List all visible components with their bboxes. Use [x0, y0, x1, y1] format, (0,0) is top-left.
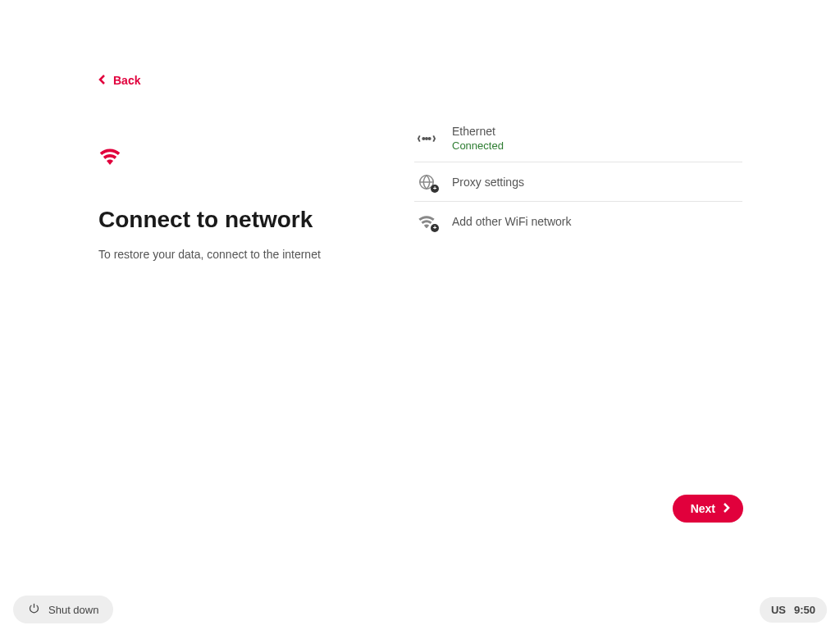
chevron-left-icon	[98, 74, 107, 87]
chevron-right-icon	[722, 502, 730, 515]
power-icon	[28, 602, 40, 617]
svg-point-0	[422, 137, 424, 139]
ethernet-label: Ethernet	[452, 125, 504, 138]
back-button[interactable]: Back	[98, 74, 140, 87]
keyboard-layout: US	[771, 604, 786, 616]
page-title: Connect to network	[98, 207, 394, 233]
back-label: Back	[113, 74, 140, 87]
proxy-label: Proxy settings	[452, 176, 524, 189]
shutdown-label: Shut down	[48, 604, 98, 616]
wifi-add-icon: +	[418, 212, 436, 231]
next-button[interactable]: Next	[673, 495, 743, 523]
svg-point-1	[426, 137, 427, 139]
network-item-proxy[interactable]: + Proxy settings	[414, 162, 742, 202]
network-item-add-wifi[interactable]: + Add other WiFi network	[414, 202, 742, 241]
ethernet-status: Connected	[452, 139, 504, 152]
wifi-icon	[98, 148, 121, 166]
bottom-bar: Shut down US 9:50	[0, 596, 840, 623]
globe-icon: +	[418, 173, 436, 191]
ethernet-icon	[418, 130, 436, 148]
left-panel: Connect to network To restore your data,…	[98, 148, 394, 261]
shutdown-button[interactable]: Shut down	[13, 596, 113, 623]
plus-badge-icon: +	[431, 185, 439, 193]
network-item-ethernet[interactable]: Ethernet Connected	[414, 115, 742, 162]
page-subtitle: To restore your data, connect to the int…	[98, 248, 394, 261]
clock: 9:50	[794, 604, 815, 616]
status-indicator[interactable]: US 9:50	[760, 597, 827, 623]
network-list: Ethernet Connected + Proxy settings +	[414, 115, 742, 241]
plus-badge-icon: +	[431, 224, 439, 232]
next-label: Next	[691, 502, 715, 515]
svg-point-2	[429, 137, 431, 139]
add-wifi-label: Add other WiFi network	[452, 215, 572, 228]
